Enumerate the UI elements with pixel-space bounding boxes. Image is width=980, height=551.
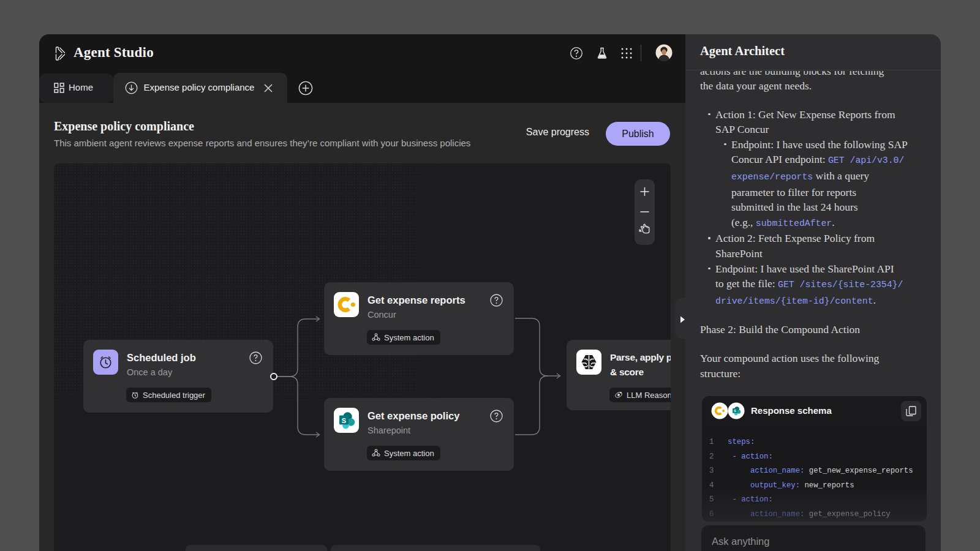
svg-text:S: S — [734, 409, 736, 413]
svg-text:S: S — [342, 417, 346, 424]
